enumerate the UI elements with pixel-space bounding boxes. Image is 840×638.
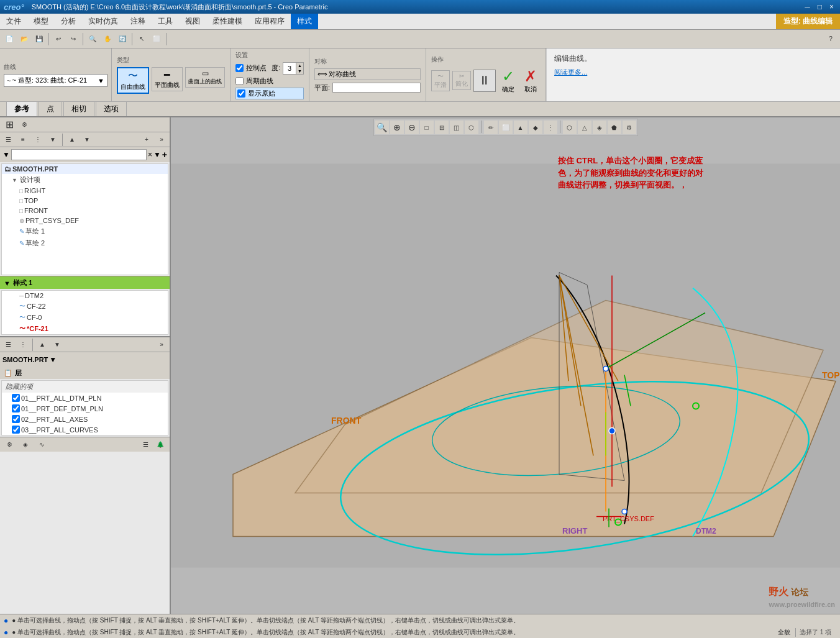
lt-more-btn[interactable]: »	[155, 338, 168, 352]
filter-clear[interactable]: ×	[148, 150, 152, 159]
tab-tangent[interactable]: 相切	[63, 101, 94, 116]
layer-cb-2[interactable]	[12, 415, 20, 423]
surface-curve-btn[interactable]: ▭ 曲面上的曲线	[185, 67, 225, 88]
layer-item-0[interactable]: 01__PRT_ALL_DTM_PLN	[2, 393, 168, 403]
layer-dropdown[interactable]: ▼	[49, 355, 57, 364]
bi-shapes[interactable]: ◈	[19, 438, 32, 452]
filter-dropdown[interactable]: ▼	[153, 150, 161, 159]
tree-csys[interactable]: ⊕ PRT_CSYS_DEF	[2, 216, 168, 226]
tree-top[interactable]: □ TOP	[2, 196, 168, 206]
tree-front[interactable]: □ FRONT	[2, 206, 168, 216]
vp-tb8[interactable]: ◆	[529, 121, 542, 134]
periodic-curve-cb[interactable]	[235, 77, 244, 85]
layer-item-1[interactable]: 01__PRT_DEF_DTM_PLN	[2, 403, 168, 414]
vp-tb7[interactable]: ▲	[514, 121, 527, 134]
vp-zoom-fit[interactable]: 🔍	[375, 121, 389, 134]
tree-sketch2[interactable]: ✎ 草绘 2	[2, 237, 168, 249]
lt-up-btn[interactable]: ▲	[35, 338, 49, 352]
confirm-btn[interactable]: ✓ 确定	[498, 66, 518, 95]
vp-tb5[interactable]: ✏	[484, 121, 498, 134]
tree-right[interactable]: □ RIGHT	[2, 186, 168, 196]
tt-down-btn[interactable]: ▼	[80, 133, 94, 147]
help-read-more[interactable]: 阅读更多...	[554, 68, 587, 76]
menu-view[interactable]: 视图	[179, 14, 206, 29]
simplify-btn[interactable]: ✂ 简化	[452, 71, 471, 90]
vp-tb10[interactable]: ⬡	[563, 121, 577, 134]
tb-zoom[interactable]: 🔍	[86, 32, 99, 46]
tree-root[interactable]: 🗂 SMOOTH.PRT	[2, 164, 168, 174]
plane-curve-btn[interactable]: ━ 平面曲线	[152, 67, 183, 91]
menu-file[interactable]: 文件	[0, 14, 27, 29]
degree-spinner[interactable]: ▲ ▼	[283, 62, 304, 75]
show-original-cb[interactable]	[237, 89, 245, 98]
degree-input[interactable]	[283, 65, 296, 72]
tt-add-btn[interactable]: +	[140, 133, 153, 147]
vp-zoom-in[interactable]: ⊕	[390, 121, 404, 134]
tab-points[interactable]: 点	[39, 101, 62, 116]
degree-up[interactable]: ▲	[296, 63, 303, 68]
menu-tools[interactable]: 工具	[152, 14, 179, 29]
tb-help[interactable]: ?	[824, 32, 838, 46]
maximize-btn[interactable]: □	[815, 2, 824, 11]
menu-apps[interactable]: 应用程序	[249, 14, 291, 29]
tree-dtm2[interactable]: ─ DTM2	[2, 291, 168, 301]
tab-options[interactable]: 选项	[96, 101, 127, 116]
vp-tb2[interactable]: ⊟	[435, 121, 449, 134]
tt-expand-btn[interactable]: ≡	[16, 133, 30, 147]
tb-new[interactable]: 📄	[2, 32, 16, 46]
menu-model[interactable]: 模型	[27, 14, 55, 29]
minimize-btn[interactable]: ─	[802, 2, 813, 11]
vp-tb1[interactable]: □	[420, 121, 434, 134]
lt-cols-btn[interactable]: ⋮	[16, 338, 30, 352]
menu-simulation[interactable]: 实时仿真	[82, 14, 124, 29]
lt-list-btn[interactable]: ☰	[1, 338, 15, 352]
lt-down-btn[interactable]: ▼	[50, 338, 64, 352]
filter-add[interactable]: +	[162, 150, 167, 160]
tb-pan[interactable]: ✋	[101, 32, 114, 46]
tt-up-btn[interactable]: ▲	[65, 133, 79, 147]
cancel-btn[interactable]: ✗ 取消	[521, 66, 541, 95]
vp-tb6[interactable]: ⬜	[499, 121, 513, 134]
tt-more-btn[interactable]: »	[155, 133, 168, 147]
viewport[interactable]: 🔍 ⊕ ⊖ □ ⊟ ◫ ⬡ ✏ ⬜ ▲ ◆ ⋮ ⬡ △ ◈ ⬟ ⚙	[171, 117, 840, 614]
vp-tb3[interactable]: ◫	[450, 121, 463, 134]
layer-cb-3[interactable]	[12, 426, 20, 434]
curve-selector-dropdown[interactable]: ~ ~ 造型: 323: 曲线: CF-21 ▼	[4, 74, 107, 87]
tree-design-items[interactable]: ▼ 设计项	[2, 174, 168, 186]
tb-rotate[interactable]: 🔄	[116, 32, 129, 46]
symmetric-curve-btn[interactable]: ⟺ 对称曲线	[314, 68, 421, 80]
tb-open[interactable]: 📂	[17, 32, 31, 46]
tree-cf0[interactable]: 〜 CF-0	[2, 312, 168, 323]
bi-curves-toggle[interactable]: ∿	[35, 438, 48, 452]
bi-gear[interactable]: ⚙	[2, 438, 16, 452]
tt-list-btn[interactable]: ☰	[1, 133, 15, 147]
bi-list[interactable]: ☰	[139, 438, 152, 452]
tb-redo[interactable]: ↪	[66, 32, 80, 46]
tab-reference[interactable]: 参考	[6, 101, 37, 116]
tree-cf21[interactable]: 〜 *CF-21	[2, 323, 168, 334]
pause-btn[interactable]: ⏸	[473, 70, 496, 92]
tt-cols-btn[interactable]: ⋮	[31, 133, 45, 147]
close-btn[interactable]: ×	[827, 2, 836, 11]
plane-input[interactable]	[332, 83, 421, 93]
menu-analysis[interactable]: 分析	[55, 14, 82, 29]
lp-settings-btn[interactable]: ⚙	[17, 118, 31, 132]
control-points-cb[interactable]	[235, 64, 244, 72]
vp-tb14[interactable]: ⚙	[623, 121, 636, 134]
bi-tree[interactable]: 🌲	[153, 438, 167, 452]
menu-flexible[interactable]: 柔性建模	[206, 14, 249, 29]
lp-grid-btn[interactable]: ⊞	[2, 118, 16, 132]
title-controls[interactable]: ─ □ ×	[802, 2, 836, 11]
tt-filter-btn[interactable]: ▼	[46, 133, 60, 147]
tb-save[interactable]: 💾	[32, 32, 46, 46]
layer-cb-1[interactable]	[12, 404, 20, 412]
layer-item-2[interactable]: 02__PRT_ALL_AXES	[2, 414, 168, 424]
tree-filter-input[interactable]	[11, 149, 147, 160]
menu-annotation[interactable]: 注释	[124, 14, 152, 29]
tb-window[interactable]: ⬜	[150, 32, 163, 46]
free-curve-btn[interactable]: 〜 自由曲线	[117, 67, 149, 94]
tree-cf22[interactable]: 〜 CF-22	[2, 301, 168, 312]
vp-tb13[interactable]: ⬟	[608, 121, 621, 134]
tb-undo[interactable]: ↩	[52, 32, 65, 46]
tree-sketch1[interactable]: ✎ 草绘 1	[2, 226, 168, 237]
